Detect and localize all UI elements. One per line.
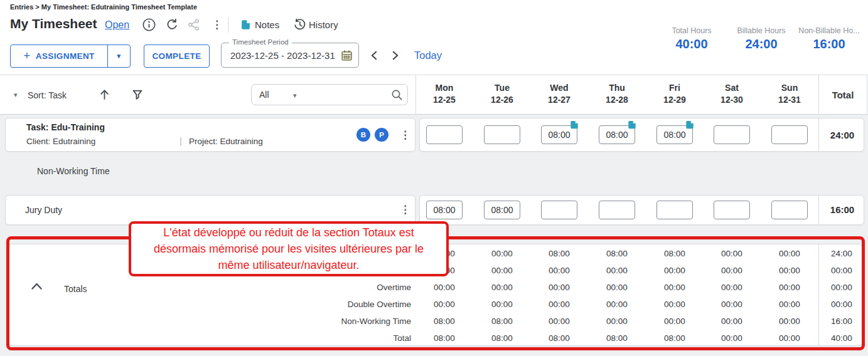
stat-billable-hours: Billable Hours 24:00 bbox=[724, 26, 799, 51]
jury-cell-mon[interactable] bbox=[426, 201, 463, 219]
day-date: 12-26 bbox=[473, 94, 531, 106]
filter-all-caret-icon[interactable]: ▾ bbox=[293, 92, 297, 99]
project-badge[interactable]: P bbox=[375, 128, 388, 142]
totals-label: Totals bbox=[64, 284, 87, 294]
totals-total-separator bbox=[818, 244, 819, 345]
jury-cell-tue[interactable] bbox=[484, 201, 520, 219]
history-icon[interactable] bbox=[292, 18, 307, 32]
day-name: Tue bbox=[473, 82, 531, 94]
refresh-icon[interactable] bbox=[165, 18, 179, 32]
day-name: Mon bbox=[415, 82, 473, 94]
totals-value: 00:00 bbox=[530, 280, 588, 296]
sort-label[interactable]: Sort: Task bbox=[28, 90, 67, 100]
totals-value: 00:00 bbox=[761, 280, 818, 296]
timesheet-period-field[interactable]: Timesheet Period 2023-12-25 - 2023-12-31 bbox=[221, 43, 359, 68]
task-client: Client: Edutraining bbox=[26, 137, 95, 146]
day-header-thu: Thu12-28 bbox=[588, 82, 646, 106]
share-icon[interactable] bbox=[187, 18, 200, 31]
timesheet-period-value[interactable]: 2023-12-25 - 2023-12-31 bbox=[230, 50, 335, 61]
jury-cell-fri[interactable] bbox=[656, 201, 693, 219]
assignment-button-label: ASSIGNMENT bbox=[36, 51, 95, 61]
stat-value: 40:00 bbox=[654, 37, 729, 51]
totals-row-total: 00:00 bbox=[820, 296, 864, 313]
next-period-icon[interactable] bbox=[390, 50, 400, 61]
jury-cell-sat[interactable] bbox=[714, 201, 750, 219]
totals-value: 00:00 bbox=[415, 280, 473, 296]
complete-button[interactable]: COMPLETE bbox=[144, 45, 210, 68]
sort-caret-icon[interactable]: ▾ bbox=[14, 92, 18, 98]
history-label[interactable]: History bbox=[309, 19, 338, 30]
chevron-down-icon: ▾ bbox=[117, 53, 121, 60]
totals-value: 08:00 bbox=[415, 330, 473, 347]
assignment-button[interactable]: + ASSIGNMENT bbox=[11, 45, 107, 67]
totals-value: 08:00 bbox=[530, 330, 588, 347]
stat-total-hours: Total Hours 40:00 bbox=[654, 26, 729, 51]
totals-row-label: Total bbox=[223, 330, 411, 347]
jury-row-kebab-icon[interactable]: ⋮ bbox=[400, 204, 410, 215]
totals-value: 00:00 bbox=[588, 280, 646, 296]
calendar-icon[interactable] bbox=[341, 50, 353, 61]
totals-value: 08:00 bbox=[588, 246, 646, 262]
totals-value: 00:00 bbox=[530, 263, 588, 279]
jury-row-card[interactable] bbox=[5, 195, 415, 225]
assignment-dropdown-button[interactable]: ▾ bbox=[107, 45, 130, 67]
note-icon-wed[interactable] bbox=[570, 120, 579, 129]
totals-value: 00:00 bbox=[761, 313, 818, 330]
search-icon[interactable] bbox=[391, 89, 403, 101]
task-row-kebab-icon[interactable]: ⋮ bbox=[400, 130, 410, 140]
section-label-non-working-time: Non-Working Time bbox=[37, 166, 110, 176]
task-cell-mon[interactable] bbox=[426, 125, 463, 144]
note-icon-fri[interactable] bbox=[685, 120, 694, 129]
page-title: My Timesheet bbox=[10, 16, 97, 31]
task-title: Task: Edu-Training bbox=[26, 122, 105, 132]
totals-callout-text: L'état développé ou réduit de la section… bbox=[141, 224, 436, 273]
totals-row-label: Double Overtime bbox=[223, 296, 411, 313]
totals-row-total: 16:00 bbox=[820, 313, 864, 330]
open-link[interactable]: Open bbox=[105, 19, 129, 31]
totals-value: 00:00 bbox=[703, 296, 761, 313]
totals-value: 00:00 bbox=[530, 296, 588, 313]
today-link[interactable]: Today bbox=[414, 50, 442, 61]
day-header-mon: Mon12-25 bbox=[415, 82, 473, 106]
notes-label[interactable]: Notes bbox=[255, 19, 279, 30]
day-name: Sat bbox=[703, 82, 761, 94]
title-divider bbox=[228, 17, 228, 33]
day-header-sat: Sat12-30 bbox=[703, 82, 761, 106]
jury-cell-sun[interactable] bbox=[771, 201, 808, 219]
day-header-tue: Tue12-26 bbox=[473, 82, 531, 106]
title-kebab-icon[interactable]: ⋮ bbox=[212, 19, 222, 30]
totals-row-label: Overtime bbox=[223, 280, 411, 296]
jury-cell-thu[interactable] bbox=[599, 201, 635, 219]
note-icon-thu[interactable] bbox=[628, 120, 636, 129]
task-cell-sat[interactable] bbox=[714, 125, 750, 144]
notes-icon[interactable] bbox=[240, 19, 251, 30]
task-cell-tue[interactable] bbox=[484, 125, 520, 144]
task-cell-sun[interactable] bbox=[771, 125, 808, 144]
filter-icon[interactable] bbox=[131, 88, 144, 101]
totals-value: 00:00 bbox=[473, 280, 531, 296]
day-header-fri: Fri12-29 bbox=[646, 82, 704, 106]
assignment-split-button: + ASSIGNMENT ▾ bbox=[10, 45, 131, 68]
billable-badge[interactable]: B bbox=[356, 128, 370, 142]
totals-value: 08:00 bbox=[530, 246, 588, 262]
breadcrumb[interactable]: Entries > My Timesheet: Edutraining Time… bbox=[10, 3, 197, 11]
stat-label: Total Hours bbox=[654, 26, 729, 35]
previous-period-icon[interactable] bbox=[369, 50, 380, 61]
day-date: 12-25 bbox=[415, 94, 473, 106]
collapse-totals-icon[interactable] bbox=[31, 282, 43, 290]
totals-row-total: 24:00 bbox=[820, 246, 864, 262]
sort-ascending-icon[interactable] bbox=[99, 88, 110, 100]
stat-label: Non-Billable Ho... bbox=[791, 26, 867, 35]
totals-row-total: 40:00 bbox=[820, 330, 864, 347]
task-search-box: All ▾ bbox=[251, 84, 408, 105]
day-name: Fri bbox=[646, 82, 704, 94]
filter-all-select[interactable]: All bbox=[259, 90, 269, 100]
totals-value: 08:00 bbox=[646, 330, 704, 347]
info-icon[interactable] bbox=[142, 18, 156, 32]
task-total-separator bbox=[818, 118, 819, 151]
jury-cell-wed[interactable] bbox=[541, 201, 577, 219]
task-project: Project: Edutraining bbox=[189, 137, 263, 146]
jury-total-separator bbox=[818, 196, 819, 224]
total-column-header: Total bbox=[818, 89, 867, 101]
totals-value: 00:00 bbox=[588, 313, 646, 330]
